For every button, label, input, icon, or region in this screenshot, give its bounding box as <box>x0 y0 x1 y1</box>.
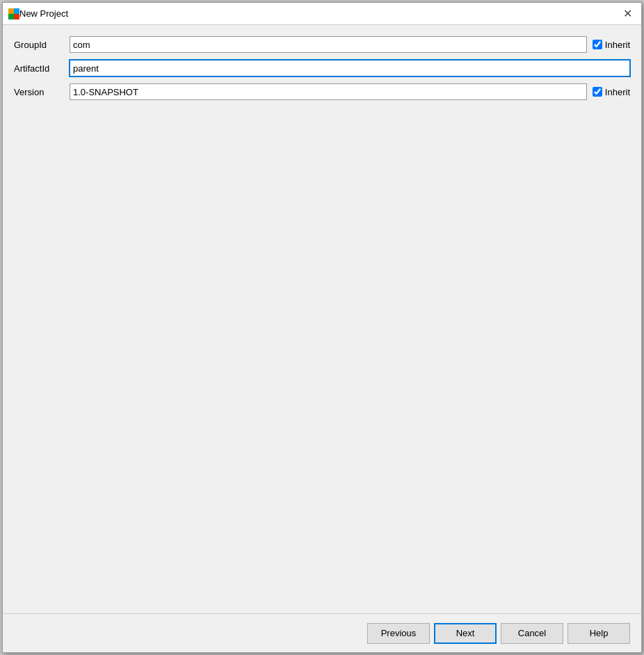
version-row: Version Inherit <box>14 83 630 100</box>
groupid-inherit-label[interactable]: Inherit <box>593 40 630 50</box>
svg-rect-0 <box>8 8 14 14</box>
dialog-footer: Previous Next Cancel Help <box>3 613 641 652</box>
groupid-row: GroupId Inherit <box>14 36 630 53</box>
dialog-body: GroupId Inherit ArtifactId Version Inher… <box>3 25 641 613</box>
dialog-title: New Project <box>19 8 619 19</box>
dialog-icon <box>8 8 19 19</box>
version-inherit-label[interactable]: Inherit <box>593 87 630 97</box>
next-button[interactable]: Next <box>434 623 497 644</box>
close-button[interactable]: ✕ <box>619 6 636 22</box>
version-inherit-checkbox[interactable] <box>593 87 602 97</box>
version-input[interactable] <box>70 83 587 100</box>
groupid-label: GroupId <box>14 40 70 50</box>
cancel-button[interactable]: Cancel <box>501 623 563 644</box>
artifactid-input[interactable] <box>70 60 630 76</box>
help-button[interactable]: Help <box>567 623 630 644</box>
groupid-inherit-checkbox[interactable] <box>593 40 602 49</box>
version-label: Version <box>14 87 70 97</box>
svg-rect-1 <box>14 8 19 14</box>
title-bar: New Project ✕ <box>3 3 641 25</box>
svg-rect-3 <box>14 14 19 19</box>
artifactid-label: ArtifactId <box>14 63 70 74</box>
previous-button[interactable]: Previous <box>367 623 430 644</box>
svg-rect-2 <box>8 14 14 19</box>
artifactid-row: ArtifactId <box>14 60 630 76</box>
new-project-dialog: New Project ✕ GroupId Inherit ArtifactId… <box>2 2 642 653</box>
groupid-input[interactable] <box>70 36 587 53</box>
